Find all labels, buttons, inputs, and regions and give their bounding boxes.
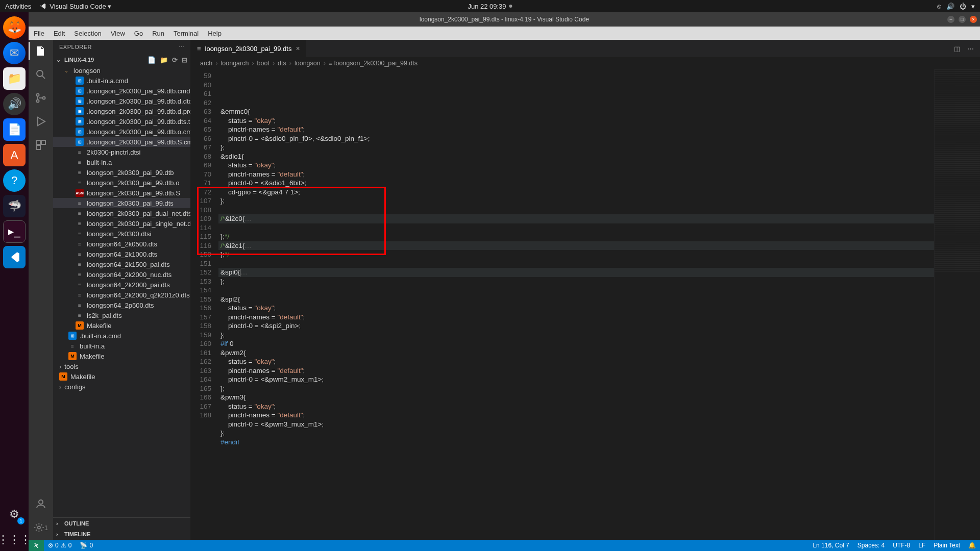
dock-wireshark[interactable]: 🦈 [3, 195, 26, 217]
app-menu[interactable]: Visual Studio Code ▾ [39, 3, 111, 10]
code-line[interactable]: };*/ [220, 250, 934, 259]
breadcrumb[interactable]: arch›loongarch›boot›dts›loongson›≡ loong… [191, 57, 980, 69]
code-line[interactable]: cd-gpio = <&gpa4 7 1>; [220, 188, 934, 197]
window-close-button[interactable]: × [970, 16, 977, 23]
code-line[interactable]: &sdio1{ [220, 152, 934, 161]
tree-file[interactable]: ≡loongson_2k0300.dtsi [53, 229, 190, 239]
tree-file[interactable]: ⊞.loongson_2k0300_pai_99.dtb.d.pre... [53, 106, 190, 116]
dock-software[interactable]: A [3, 144, 26, 166]
code-line[interactable]: /*&i2c0{… [218, 214, 934, 223]
volume-icon[interactable]: 🔊 [946, 3, 954, 10]
tree-file[interactable]: ≡loongson_2k0300_pai_99.dts [53, 198, 190, 208]
tree-file[interactable]: ASMloongson_2k0300_pai_99.dtb.S [53, 188, 190, 198]
editor-more-icon[interactable]: ⋯ [967, 45, 974, 53]
status-problems[interactable]: ⊗0 ⚠0 [44, 540, 76, 551]
power-icon[interactable]: ⏻ [960, 3, 966, 10]
code-line[interactable]: }; [220, 277, 934, 286]
menu-go[interactable]: Go [134, 30, 143, 37]
code-line[interactable]: pinctrl-names = "default"; [220, 125, 934, 134]
breadcrumb-item[interactable]: loongson [295, 60, 321, 67]
code-line[interactable]: status = "okay"; [220, 161, 934, 170]
dock-rhythmbox[interactable]: 🔊 [3, 93, 26, 115]
activity-source-control[interactable] [34, 91, 48, 105]
activity-search[interactable] [34, 67, 48, 82]
window-minimize-button[interactable]: – [947, 16, 954, 23]
code-content[interactable]: &emmc0{ status = "okay"; pinctrl-names =… [220, 69, 934, 540]
status-ports[interactable]: 📡0 [76, 540, 97, 551]
tree-file[interactable]: ⊞.loongson_2k0300_pai_99.dtb.o.cmd [53, 127, 190, 137]
code-line[interactable]: pinctrl-0 = <&pwm3_mux_m1>; [220, 420, 934, 429]
status-notifications[interactable]: 🔔 [964, 540, 980, 551]
menu-edit[interactable]: Edit [54, 30, 65, 37]
breadcrumb-item[interactable]: dts [278, 60, 286, 67]
tree-file[interactable]: ≡2k0300-pinctrl.dtsi [53, 147, 190, 157]
dock-vscode[interactable] [3, 246, 26, 268]
tree-file[interactable]: ⊞.loongson_2k0300_pai_99.dtb.d.dtc... [53, 96, 190, 106]
status-language[interactable]: Plain Text [929, 540, 964, 551]
editor-tab-active[interactable]: ≡ loongson_2k0300_pai_99.dts × [191, 40, 307, 57]
breadcrumb-item[interactable]: boot [257, 60, 270, 67]
code-line[interactable]: pinctrl-names = "default"; [220, 366, 934, 375]
activity-accounts[interactable] [34, 497, 48, 511]
tree-file[interactable]: ≡loongson64_2p500.dts [53, 300, 190, 310]
activity-settings[interactable]: 1 [34, 520, 48, 535]
menu-file[interactable]: File [34, 30, 44, 37]
minimap[interactable] [934, 69, 980, 540]
dock-help[interactable]: ? [3, 169, 26, 192]
menu-run[interactable]: Run [152, 30, 164, 37]
split-editor-icon[interactable]: ◫ [954, 45, 960, 53]
tree-file[interactable]: MMakefile [53, 320, 190, 331]
tree-file[interactable]: ⊞.loongson_2k0300_pai_99.dtb.cmd [53, 86, 190, 96]
tree-file[interactable]: ≡loongson_2k0300_pai_99.dtb.o [53, 178, 190, 188]
code-line[interactable]: #endif [220, 438, 934, 447]
code-line[interactable]: pinctrl-names = "default"; [220, 313, 934, 322]
remote-button[interactable] [29, 540, 44, 551]
menu-chevron-icon[interactable]: ▾ [971, 3, 975, 10]
code-line[interactable]: pinctrl-0 = <&sdio1_6bit>; [220, 179, 934, 188]
breadcrumb-item[interactable]: arch [200, 60, 212, 67]
menu-terminal[interactable]: Terminal [174, 30, 199, 37]
workspace-header[interactable]: LINUX-4.19 📄 📁 ⟳ ⊟ [53, 54, 190, 65]
dock-thunderbird[interactable]: ✉ [3, 42, 26, 64]
activity-extensions[interactable] [34, 138, 48, 152]
menu-help[interactable]: Help [208, 30, 222, 37]
tree-file[interactable]: ⊞.loongson_2k0300_pai_99.dtb.dts.t... [53, 116, 190, 127]
tree-file[interactable]: ≡built-in.a [53, 341, 190, 351]
tree-file[interactable]: ≡loongson64_2k1000.dts [53, 249, 190, 259]
code-line[interactable]: status = "okay"; [220, 116, 934, 126]
file-tree[interactable]: ⌄loongson⊞.built-in.a.cmd⊞.loongson_2k03… [53, 65, 190, 517]
status-eol[interactable]: LF [914, 540, 929, 551]
code-line[interactable]: &pwm3{ [220, 393, 934, 402]
new-file-icon[interactable]: 📄 [148, 56, 156, 64]
code-line[interactable] [220, 98, 934, 108]
timeline-section[interactable]: TIMELINE [53, 529, 190, 540]
code-line[interactable]: pinctrl-names = "default"; [220, 411, 934, 420]
code-line[interactable] [220, 223, 934, 233]
close-tab-icon[interactable]: × [296, 44, 300, 53]
tree-file[interactable]: ≡loongson64_2k0500.dts [53, 239, 190, 249]
collapse-icon[interactable]: ⊟ [182, 56, 187, 64]
tree-file[interactable]: ≡built-in.a [53, 157, 190, 167]
code-line[interactable]: pinctrl-names = "default"; [220, 170, 934, 179]
sidebar-more-icon[interactable]: ⋯ [179, 44, 185, 51]
status-indent[interactable]: Spaces: 4 [853, 540, 889, 551]
code-line[interactable]: }; [220, 143, 934, 152]
code-line[interactable]: };*/ [220, 232, 934, 241]
status-position[interactable]: Ln 116, Col 7 [808, 540, 853, 551]
new-folder-icon[interactable]: 📁 [160, 56, 168, 64]
tree-file[interactable]: ≡ls2k_pai.dts [53, 310, 190, 320]
tree-file[interactable]: ≡loongson64_2k1500_pai.dts [53, 259, 190, 269]
dock-terminal[interactable]: ▸_ [3, 220, 26, 243]
breadcrumb-item[interactable]: loongarch [221, 60, 249, 67]
code-line[interactable]: &spi0{… [218, 268, 934, 277]
code-line[interactable]: }; [220, 384, 934, 393]
code-line[interactable]: status = "okay"; [220, 357, 934, 366]
tree-file[interactable]: ≡loongson64_2k2000_nuc.dts [53, 269, 190, 280]
code-line[interactable]: &spi2{ [220, 295, 934, 304]
refresh-icon[interactable]: ⟳ [172, 56, 178, 64]
dock-show-apps[interactable]: ⋮⋮⋮ [3, 529, 26, 551]
tree-file[interactable]: ⊞.built-in.a.cmd [53, 331, 190, 341]
code-line[interactable] [220, 259, 934, 268]
code-line[interactable]: }; [220, 429, 934, 438]
activities-button[interactable]: Activities [5, 3, 31, 10]
